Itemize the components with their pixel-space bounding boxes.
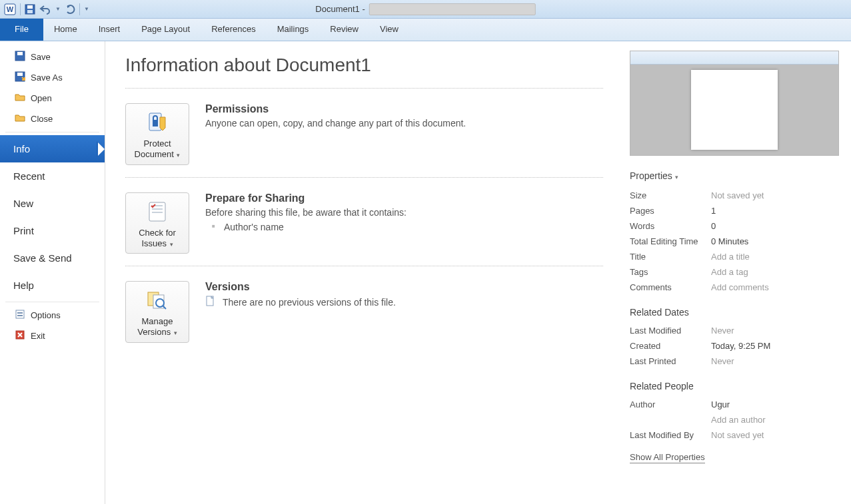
sidebar-item-print[interactable]: Print bbox=[0, 217, 105, 244]
folder-close-icon bbox=[15, 113, 25, 125]
tab-home[interactable]: Home bbox=[43, 19, 88, 41]
svg-rect-8 bbox=[17, 73, 23, 76]
protect-document-button[interactable]: Protect Document ▾ bbox=[125, 103, 189, 165]
versions-icon bbox=[130, 287, 185, 314]
sidebar-item-label: Save bbox=[31, 52, 51, 62]
title-suffix-blur bbox=[369, 3, 536, 15]
divider bbox=[125, 177, 603, 178]
svg-rect-18 bbox=[152, 212, 163, 213]
sidebar-item-label: Recent bbox=[13, 170, 45, 182]
prop-size: SizeNot saved yet bbox=[630, 188, 839, 203]
section-heading: Prepare for Sharing bbox=[205, 192, 407, 204]
svg-rect-6 bbox=[17, 52, 23, 55]
chevron-down-icon: ▾ bbox=[172, 330, 177, 336]
options-icon bbox=[15, 309, 25, 322]
sidebar-item-save[interactable]: Save bbox=[0, 47, 105, 67]
prop-add-author[interactable]: Add an author bbox=[630, 412, 839, 427]
sidebar-item-label: Close bbox=[31, 114, 53, 124]
versions-desc: There are no previous versions of this f… bbox=[223, 297, 396, 308]
prop-pages: Pages1 bbox=[630, 203, 839, 218]
show-all-properties-link[interactable]: Show All Properties bbox=[630, 452, 705, 463]
check-for-issues-button[interactable]: Check for Issues ▾ bbox=[125, 192, 189, 254]
prop-words: Words0 bbox=[630, 218, 839, 234]
section-sharing: Check for Issues ▾ Prepare for Sharing B… bbox=[125, 192, 603, 254]
section-versions: Manage Versions ▾ Versions There are no … bbox=[125, 281, 603, 343]
save-icon[interactable] bbox=[25, 4, 35, 15]
save-icon bbox=[15, 51, 25, 63]
svg-text:W: W bbox=[7, 5, 14, 13]
document-icon bbox=[205, 296, 216, 308]
sidebar-item-help[interactable]: Help bbox=[0, 272, 105, 299]
sharing-item: Author's name bbox=[205, 222, 407, 232]
sidebar-item-exit[interactable]: Exit bbox=[0, 326, 105, 346]
info-content: Information about Document1 Protect Docu… bbox=[105, 41, 630, 504]
sidebar-item-label: Save As bbox=[31, 73, 63, 83]
manage-versions-button[interactable]: Manage Versions ▾ bbox=[125, 281, 189, 343]
section-heading: Permissions bbox=[205, 103, 466, 115]
prop-last-modified: Last ModifiedNever bbox=[630, 323, 839, 338]
chevron-down-icon[interactable]: ▼ bbox=[84, 6, 89, 12]
sidebar-item-label: Print bbox=[13, 225, 34, 236]
related-people-header: Related People bbox=[630, 381, 839, 391]
document-thumbnail[interactable] bbox=[630, 51, 839, 156]
properties-dropdown[interactable]: Properties ▾ bbox=[630, 170, 839, 181]
lock-shield-icon bbox=[130, 109, 185, 136]
divider bbox=[125, 266, 603, 266]
svg-rect-10 bbox=[17, 312, 23, 314]
prop-comments[interactable]: CommentsAdd comments bbox=[630, 280, 839, 295]
chevron-down-icon: ▾ bbox=[168, 241, 173, 248]
sidebar-item-info[interactable]: Info bbox=[0, 135, 105, 162]
sidebar-item-label: Exit bbox=[31, 331, 45, 341]
prop-created: CreatedToday, 9:25 PM bbox=[630, 338, 839, 354]
button-label: Protect Document bbox=[135, 138, 174, 159]
exit-icon bbox=[15, 330, 25, 342]
section-permissions: Protect Document ▾ Permissions Anyone ca… bbox=[125, 103, 603, 165]
sidebar-item-close[interactable]: Close bbox=[0, 109, 105, 129]
button-label: Manage Versions bbox=[137, 316, 173, 337]
undo-icon[interactable] bbox=[39, 4, 51, 15]
section-desc: Anyone can open, copy, and change any pa… bbox=[205, 118, 466, 128]
tab-insert[interactable]: Insert bbox=[88, 19, 131, 41]
sidebar-item-save-send[interactable]: Save & Send bbox=[0, 244, 105, 272]
tab-view[interactable]: View bbox=[369, 19, 409, 41]
svg-rect-17 bbox=[152, 208, 163, 210]
tab-file[interactable]: File bbox=[0, 19, 43, 41]
sidebar-item-label: Save & Send bbox=[13, 252, 72, 264]
chevron-down-icon: ▾ bbox=[674, 174, 679, 180]
prop-title[interactable]: TitleAdd a title bbox=[630, 249, 839, 264]
sidebar-item-label: Info bbox=[13, 143, 30, 154]
prop-last-modified-by: Last Modified ByNot saved yet bbox=[630, 427, 839, 443]
folder-open-icon bbox=[15, 92, 25, 105]
document-name: Document1 - bbox=[315, 4, 365, 14]
page-title: Information about Document1 bbox=[125, 55, 603, 76]
prop-tags[interactable]: TagsAdd a tag bbox=[630, 264, 839, 280]
word-app-icon: W bbox=[4, 3, 16, 15]
properties-label: Properties bbox=[630, 170, 672, 181]
sidebar-item-open[interactable]: Open bbox=[0, 88, 105, 109]
tab-page-layout[interactable]: Page Layout bbox=[131, 19, 201, 41]
prop-last-printed: Last PrintedNever bbox=[630, 354, 839, 369]
chevron-down-icon[interactable]: ▼ bbox=[55, 6, 61, 12]
related-dates-header: Related Dates bbox=[630, 307, 839, 318]
prop-editing-time: Total Editing Time0 Minutes bbox=[630, 234, 839, 249]
chevron-down-icon: ▾ bbox=[175, 152, 181, 158]
sidebar-item-save-as[interactable]: Save As bbox=[0, 67, 105, 88]
section-desc: Before sharing this file, be aware that … bbox=[205, 207, 407, 218]
sidebar-item-label: Open bbox=[31, 93, 52, 103]
sidebar-item-recent[interactable]: Recent bbox=[0, 162, 105, 190]
sidebar-item-label: Options bbox=[31, 310, 61, 320]
tab-review[interactable]: Review bbox=[319, 19, 369, 41]
tab-mailings[interactable]: Mailings bbox=[267, 19, 320, 41]
svg-rect-11 bbox=[17, 315, 23, 316]
redo-icon[interactable] bbox=[65, 4, 75, 15]
sidebar-item-label: Help bbox=[13, 280, 34, 291]
sidebar-item-new[interactable]: New bbox=[0, 190, 105, 217]
ribbon-tabs: File Home Insert Page Layout References … bbox=[0, 19, 851, 41]
window-title: Document1 - bbox=[315, 3, 535, 15]
sidebar-item-options[interactable]: Options bbox=[0, 305, 105, 326]
svg-rect-14 bbox=[153, 120, 158, 126]
tab-references[interactable]: References bbox=[201, 19, 266, 41]
section-heading: Versions bbox=[205, 281, 396, 293]
svg-rect-9 bbox=[16, 310, 24, 318]
titlebar: W ▼ ▼ Document1 - bbox=[0, 0, 851, 19]
